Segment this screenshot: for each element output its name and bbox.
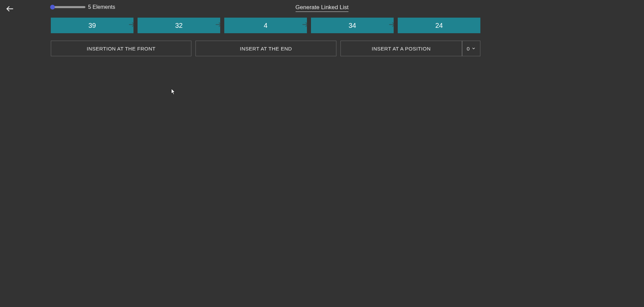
insert-front-button[interactable]: INSERTION AT THE FRONT [51,41,191,56]
position-select[interactable]: 0 [462,41,480,56]
node-value: 4 [264,22,267,29]
list-node: 34 [311,18,394,33]
insert-position-button[interactable]: INSERT AT A POSITION [340,41,462,56]
position-value: 0 [467,46,470,52]
arrow-right-icon [302,21,309,30]
list-node: 4 [224,18,307,33]
linked-list-row: 393243424 [51,18,480,33]
node-value: 39 [88,22,96,29]
insert-position-group: INSERT AT A POSITION 0 [340,41,480,56]
cursor-icon [171,89,176,95]
elements-count-label: 5 Elements [88,4,115,10]
node-value: 32 [175,22,183,29]
node-value: 34 [349,22,356,29]
node-value: 24 [435,22,443,29]
elements-slider[interactable] [51,5,85,9]
slider-thumb[interactable] [50,5,55,9]
generate-linked-list-link[interactable]: Generate Linked List [295,4,349,12]
list-node: 24 [398,18,480,33]
insert-end-button[interactable]: INSERT AT THE END [195,41,336,56]
slider-track [51,6,85,8]
action-buttons-row: INSERTION AT THE FRONT INSERT AT THE END… [51,41,480,56]
list-node: 39 [51,18,133,33]
arrow-right-icon [215,21,222,30]
arrow-right-icon [388,21,396,30]
chevron-down-icon [472,46,476,50]
arrow-right-icon [128,21,136,30]
list-node: 32 [138,18,220,33]
